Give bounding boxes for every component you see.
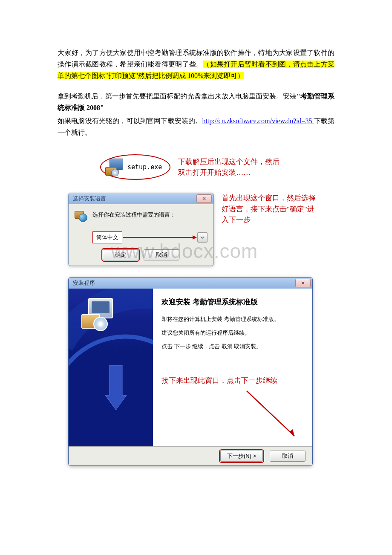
intro-text-2a: 拿到考勤机后，第一步首先要把里面标配的光盘拿出来放入电脑里面安装。安装 (58, 92, 297, 100)
dialog-title: 选择安装语言 (73, 194, 106, 203)
setup-filename: setup.exe (127, 162, 162, 173)
wizard-annotation: 接下来出现此窗口，点击下一步继续 (161, 375, 304, 387)
annotation-arrow-icon (242, 387, 306, 443)
wizard-sidebar (69, 289, 153, 446)
wizard-footer: 下一步(N) > 取消 (69, 446, 312, 465)
intro-paragraph-3: 如果电脑没有光驱的，可以到官网下载安装的。http://cn.zksoftwar… (58, 115, 334, 138)
intro-paragraph-1: 大家好，为了方便大家使用中控考勤管理系统标准版的软件操作，特地为大家设置了软件的… (58, 47, 334, 82)
next-button[interactable]: 下一步(N) > (220, 451, 263, 462)
chevron-down-icon (200, 235, 205, 240)
figure-setup-exe: setup.exe 下载解压后出现这个文件，然后 双击打开开始安装…… (58, 154, 334, 180)
svg-marker-1 (289, 429, 294, 436)
download-link[interactable]: http://cn.zksoftware.com/view.do?id=35 (202, 117, 314, 124)
language-prompt: 选择你在安装过程中需要的语言： (92, 209, 176, 220)
wizard-line1: 即将在您的计算机上安装 考勤管理系统标准版。 (161, 315, 304, 324)
close-icon: ✕ (301, 279, 305, 287)
wizard-decorative-arrow-icon (105, 365, 135, 412)
wizard-installer-icon (81, 298, 115, 330)
figure-language-dialog: 选择安装语言 ✕ 选择你在安装过程中需要的语言： 简体中文 (58, 193, 334, 266)
figure1-caption-line2: 双击打开开始安装…… (178, 167, 280, 178)
svg-line-0 (247, 391, 294, 436)
wizard-line3: 点击 下一步 继续，点击 取消 取消安装。 (161, 342, 304, 351)
dialog-titlebar: 选择安装语言 ✕ (69, 193, 213, 204)
wizard-title: 安装程序 (73, 278, 95, 288)
globe-icon (75, 209, 87, 222)
install-wizard-dialog: 安装程序 ✕ 欢迎安装 考勤管理系统标准版 即将在您的计算机上安装 考勤管理系 (68, 277, 313, 466)
figure1-caption-line1: 下载解压后出现这个文件，然后 (178, 156, 280, 168)
wizard-heading: 欢迎安装 考勤管理系统标准版 (161, 296, 304, 309)
installer-icon (105, 159, 124, 176)
wizard-cancel-button[interactable]: 取消 (270, 451, 306, 462)
language-dialog: 选择安装语言 ✕ 选择你在安装过程中需要的语言： 简体中文 (68, 193, 214, 266)
figure2-caption: 首先出现这个窗口，然后选择好语言，接下来点击"确定"进入下一步 (222, 193, 320, 225)
intro-paragraph-2: 拿到考勤机后，第一步首先要把里面标配的光盘拿出来放入电脑里面安装。安装"考勤管理… (58, 90, 334, 113)
close-icon: ✕ (202, 194, 206, 203)
wizard-line2: 建议您关闭所有的运行程序后继续。 (161, 328, 304, 338)
wizard-content: 欢迎安装 考勤管理系统标准版 即将在您的计算机上安装 考勤管理系统标准版。 建议… (153, 289, 312, 446)
language-selected: 简体中文 (92, 231, 122, 243)
setup-exe-icon-group: setup.exe (100, 154, 170, 180)
annotation-arrow (123, 237, 196, 238)
ok-button[interactable]: 确定 (103, 249, 138, 260)
figure1-caption: 下载解压后出现这个文件，然后 双击打开开始安装…… (178, 156, 280, 178)
figure-install-wizard: 安装程序 ✕ 欢迎安装 考勤管理系统标准版 即将在您的计算机上安装 考勤管理系 (58, 277, 334, 466)
close-button[interactable]: ✕ (196, 194, 212, 203)
document-page: 大家好，为了方便大家使用中控考勤管理系统标准版的软件操作，特地为大家设置了软件的… (0, 0, 392, 555)
intro-text-3a: 如果电脑没有光驱的，可以到官网下载安装的。 (58, 117, 202, 124)
wizard-titlebar: 安装程序 ✕ (69, 278, 312, 289)
language-dropdown[interactable] (197, 232, 208, 243)
cancel-button[interactable]: 取消 (144, 249, 179, 260)
wizard-close-button[interactable]: ✕ (295, 279, 311, 287)
